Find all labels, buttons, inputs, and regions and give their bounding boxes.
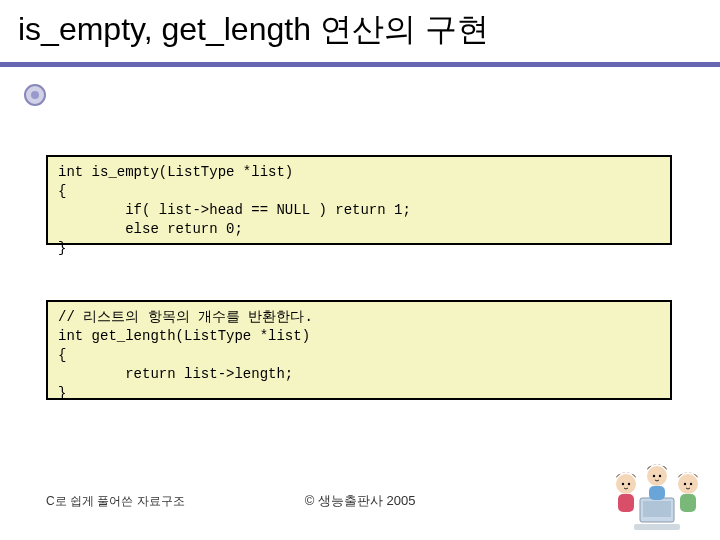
code-block-get-length: // 리스트의 항목의 개수를 반환한다. int get_length(Lis… (46, 300, 672, 400)
svg-point-11 (678, 474, 698, 494)
svg-rect-2 (634, 524, 680, 530)
svg-point-5 (628, 483, 630, 485)
svg-point-4 (622, 483, 624, 485)
title-area: is_empty, get_length 연산의 구현 (0, 0, 720, 56)
svg-point-8 (653, 475, 655, 477)
slide-title: is_empty, get_length 연산의 구현 (18, 8, 702, 52)
title-underline (0, 62, 720, 67)
svg-rect-10 (649, 486, 665, 500)
svg-point-9 (659, 475, 661, 477)
children-computer-illustration (602, 454, 712, 534)
svg-point-13 (690, 483, 692, 485)
svg-point-7 (647, 466, 667, 486)
svg-point-3 (616, 474, 636, 494)
code-block-is-empty: int is_empty(ListType *list) { if( list-… (46, 155, 672, 245)
footer-left-text: C로 쉽게 풀어쓴 자료구조 (46, 493, 185, 510)
svg-rect-1 (643, 501, 671, 517)
svg-rect-6 (618, 494, 634, 512)
svg-rect-14 (680, 494, 696, 512)
svg-point-12 (684, 483, 686, 485)
footer-copyright: © 생능출판사 2005 (305, 492, 416, 510)
bullet-icon (24, 84, 46, 106)
